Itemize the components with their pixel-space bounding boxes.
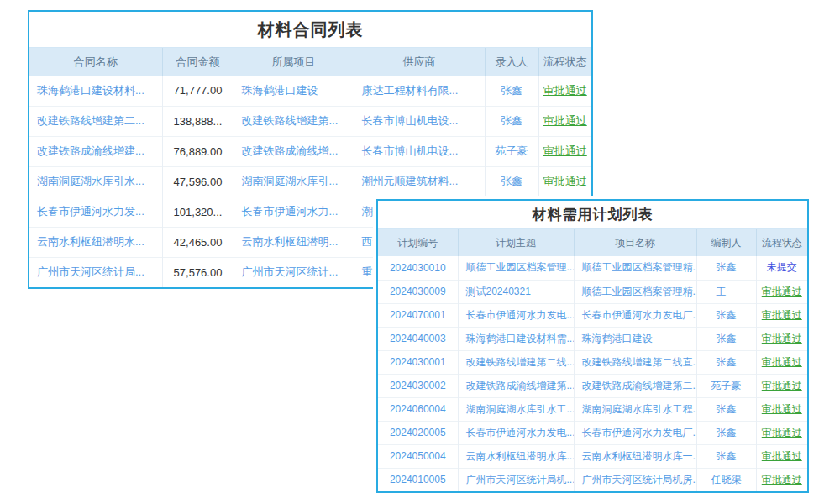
contract-recorder-name: 张鑫 (485, 106, 538, 136)
plan-status-link[interactable]: 审批通过 (756, 468, 807, 491)
contract-status-link[interactable]: 审批通过 (538, 76, 591, 106)
plan-list-panel: 材料需用计划列表 计划编号 计划主题 项目名称 编制人 流程状态 2024030… (376, 199, 809, 493)
contract-name-link[interactable]: 长春市伊通河水力发... (29, 197, 162, 227)
plan-table-row: 2024030002 改建铁路成渝线增建第... 改建铁路成渝线增建第二... … (378, 374, 807, 397)
plan-author-name: 张鑫 (696, 421, 756, 444)
plan-subject-link[interactable]: 湖南洞庭湖水库引水工... (458, 397, 574, 421)
plan-subject-link[interactable]: 改建铁路线增建第二线... (458, 350, 574, 374)
contract-table-header-row: 合同名称 合同金额 所属项目 供应商 录入人 流程状态 (29, 48, 591, 76)
plan-table-header-row: 计划编号 计划主题 项目名称 编制人 流程状态 (378, 229, 807, 256)
contract-recorder-name: 苑子豪 (485, 136, 538, 166)
plan-project-link[interactable]: 云南水利枢纽潜明水库一... (574, 444, 696, 468)
plan-author-name: 张鑫 (696, 256, 756, 280)
plan-author-name: 张鑫 (696, 350, 756, 374)
plan-header-no: 计划编号 (378, 229, 458, 256)
contract-table-row: 湖南洞庭湖水库引水... 47,596.00 湖南洞庭湖水库引... 潮州元顺建… (29, 166, 591, 197)
plan-subject-link[interactable]: 云南水利枢纽潜明水库... (458, 444, 574, 468)
plan-table-row: 2024060004 湖南洞庭湖水库引水工... 湖南洞庭湖水库引水工程... … (378, 397, 807, 421)
plan-table-row: 2024010005 广州市天河区统计局机... 广州市天河区统计局机房... … (378, 468, 807, 491)
plan-author-name: 张鑫 (696, 327, 756, 350)
plan-status-link[interactable]: 审批通过 (756, 397, 807, 421)
contract-project-link[interactable]: 改建铁路线增建第... (234, 106, 354, 136)
plan-no-link[interactable]: 2024030009 (378, 280, 458, 303)
plan-subject-link[interactable]: 顺德工业园区档案管理... (458, 256, 574, 280)
plan-status-link[interactable]: 审批通过 (756, 444, 807, 468)
plan-status-link[interactable]: 未提交 (756, 256, 807, 280)
contract-header-status: 流程状态 (538, 48, 591, 76)
contract-project-link[interactable]: 广州市天河区统计... (234, 257, 354, 287)
plan-project-link[interactable]: 改建铁路成渝线增建第二... (574, 374, 696, 397)
contract-header-amount: 合同金额 (162, 48, 234, 76)
contract-header-supplier: 供应商 (354, 48, 485, 76)
contract-supplier-link[interactable]: 长春市博山机电设... (354, 136, 485, 166)
plan-header-subject: 计划主题 (458, 229, 574, 256)
plan-subject-link[interactable]: 长春市伊通河水力发电... (458, 421, 574, 444)
plan-table-row: 2024030009 测试20240321 顺德工业园区档案管理精... 王一 … (378, 280, 807, 303)
plan-no-link[interactable]: 2024070001 (378, 303, 458, 327)
plan-no-link[interactable]: 2024030010 (378, 256, 458, 280)
plan-project-link[interactable]: 长春市伊通河水力发电厂... (574, 421, 696, 444)
plan-status-link[interactable]: 审批通过 (756, 280, 807, 303)
plan-table-row: 2024030001 改建铁路线增建第二线... 改建铁路线增建第二线直... … (378, 350, 807, 374)
plan-table-row: 2024070001 长春市伊通河水力发电... 长春市伊通河水力发电厂... … (378, 303, 807, 327)
contract-supplier-link[interactable]: 潮州元顺建筑材料... (354, 166, 485, 197)
plan-project-link[interactable]: 改建铁路线增建第二线直... (574, 350, 696, 374)
plan-status-link[interactable]: 审批通过 (756, 327, 807, 350)
plan-status-link[interactable]: 审批通过 (756, 374, 807, 397)
plan-table-row: 2024040003 珠海鹤港口建设材料需... 珠海鹤港口建设 张鑫 审批通过 (378, 327, 807, 350)
contract-status-link[interactable]: 审批通过 (538, 136, 591, 166)
plan-subject-link[interactable]: 广州市天河区统计局机... (458, 468, 574, 491)
contract-supplier-link[interactable]: 康达工程材料有限... (354, 76, 485, 106)
plan-no-link[interactable]: 2024060004 (378, 397, 458, 421)
contract-amount-value: 47,596.00 (162, 166, 234, 197)
plan-no-link[interactable]: 2024050004 (378, 444, 458, 468)
plan-author-name: 苑子豪 (696, 374, 756, 397)
contract-project-link[interactable]: 湖南洞庭湖水库引... (234, 166, 354, 197)
contract-project-link[interactable]: 珠海鹤港口建设 (234, 76, 354, 106)
contract-name-link[interactable]: 改建铁路线增建第二... (29, 106, 162, 136)
plan-project-link[interactable]: 长春市伊通河水力发电厂... (574, 303, 696, 327)
contract-table-row: 珠海鹤港口建设材料... 71,777.00 珠海鹤港口建设 康达工程材料有限.… (29, 76, 591, 106)
contract-amount-value: 101,320... (162, 197, 234, 227)
plan-author-name: 张鑫 (696, 444, 756, 468)
plan-status-link[interactable]: 审批通过 (756, 421, 807, 444)
contract-project-link[interactable]: 改建铁路成渝线增... (234, 136, 354, 166)
contract-name-link[interactable]: 湖南洞庭湖水库引水... (29, 166, 162, 197)
plan-no-link[interactable]: 2024030002 (378, 374, 458, 397)
plan-header-project: 项目名称 (574, 229, 696, 256)
contract-project-link[interactable]: 长春市伊通河水力... (234, 197, 354, 227)
contract-name-link[interactable]: 改建铁路成渝线增建... (29, 136, 162, 166)
plan-project-link[interactable]: 湖南洞庭湖水库引水工程... (574, 397, 696, 421)
plan-table-row: 2024050004 云南水利枢纽潜明水库... 云南水利枢纽潜明水库一... … (378, 444, 807, 468)
plan-no-link[interactable]: 2024010005 (378, 468, 458, 491)
plan-header-author: 编制人 (696, 229, 756, 256)
plan-no-link[interactable]: 2024020005 (378, 421, 458, 444)
plan-project-link[interactable]: 顺德工业园区档案管理精... (574, 256, 696, 280)
plan-subject-link[interactable]: 长春市伊通河水力发电... (458, 303, 574, 327)
plan-subject-link[interactable]: 测试20240321 (458, 280, 574, 303)
contract-name-link[interactable]: 云南水利枢纽潜明水... (29, 227, 162, 257)
plan-author-name: 张鑫 (696, 303, 756, 327)
plan-project-link[interactable]: 顺德工业园区档案管理精... (574, 280, 696, 303)
plan-subject-link[interactable]: 珠海鹤港口建设材料需... (458, 327, 574, 350)
contract-recorder-name: 张鑫 (485, 76, 538, 106)
contract-status-link[interactable]: 审批通过 (538, 166, 591, 197)
plan-table-row: 2024030010 顺德工业园区档案管理... 顺德工业园区档案管理精... … (378, 256, 807, 280)
plan-table: 计划编号 计划主题 项目名称 编制人 流程状态 2024030010 顺德工业园… (378, 229, 807, 491)
plan-header-status: 流程状态 (756, 229, 807, 256)
contract-name-link[interactable]: 广州市天河区统计局... (29, 257, 162, 287)
plan-project-link[interactable]: 广州市天河区统计局机房... (574, 468, 696, 491)
contract-name-link[interactable]: 珠海鹤港口建设材料... (29, 76, 162, 106)
plan-table-row: 2024020005 长春市伊通河水力发电... 长春市伊通河水力发电厂... … (378, 421, 807, 444)
plan-no-link[interactable]: 2024030001 (378, 350, 458, 374)
contract-supplier-link[interactable]: 长春市博山机电设... (354, 106, 485, 136)
contract-header-recorder: 录入人 (485, 48, 538, 76)
plan-subject-link[interactable]: 改建铁路成渝线增建第... (458, 374, 574, 397)
plan-project-link[interactable]: 珠海鹤港口建设 (574, 327, 696, 350)
plan-status-link[interactable]: 审批通过 (756, 303, 807, 327)
plan-no-link[interactable]: 2024040003 (378, 327, 458, 350)
contract-status-link[interactable]: 审批通过 (538, 106, 591, 136)
plan-author-name: 张鑫 (696, 397, 756, 421)
plan-status-link[interactable]: 审批通过 (756, 350, 807, 374)
contract-project-link[interactable]: 云南水利枢纽潜明... (234, 227, 354, 257)
